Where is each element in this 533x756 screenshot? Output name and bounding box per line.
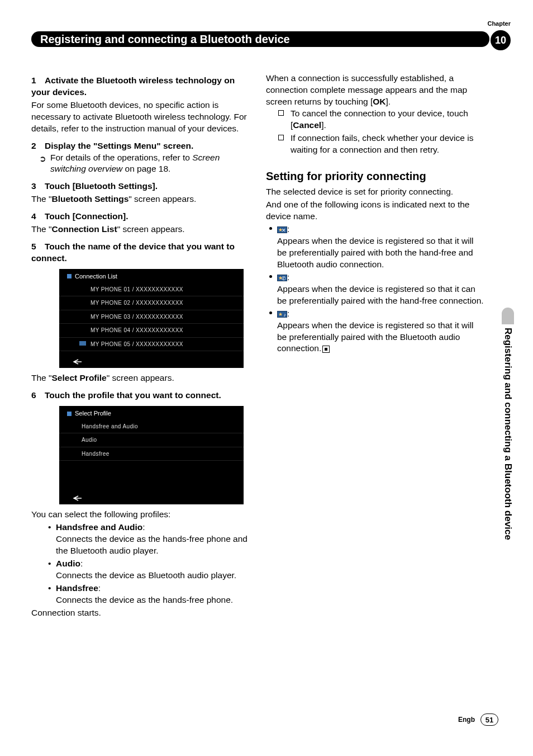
step-3-body: The "Bluetooth Settings" screen appears.: [31, 193, 250, 205]
priority-icon-desc-2: Appears when the device is registered so…: [277, 284, 485, 307]
step-3-head: 3Touch [Bluetooth Settings].: [31, 181, 250, 192]
side-tab-text: Registering and connecting a Bluetooth d…: [502, 324, 513, 540]
list-item: Audio: [59, 433, 244, 447]
priority-both-icon: ★✕: [277, 226, 287, 233]
step-5-head: 5Touch the name of the device that you w…: [31, 241, 250, 264]
fail-note: If connection fails, check whether your …: [291, 133, 485, 156]
bullet-icon: [269, 227, 272, 230]
back-arrow-icon: [70, 358, 82, 365]
right-column: When a connection is successfully establ…: [266, 72, 485, 619]
page-number-badge: 51: [480, 714, 498, 726]
step-4-head: 4Touch [Connection].: [31, 211, 250, 223]
after-step-5: The "Select Profile" screen appears.: [31, 372, 250, 384]
page-header: Chapter Registering and connecting a Blu…: [31, 20, 511, 47]
side-tab: Registering and connecting a Bluetooth d…: [502, 308, 514, 609]
priority-icon-desc-1: Appears when the device is registered so…: [277, 235, 485, 271]
content-columns: 1Activate the Bluetooth wireless technol…: [31, 72, 499, 619]
footer-lang: Engb: [458, 716, 475, 724]
bluetooth-icon: [67, 412, 72, 416]
profile-item-2: •Audio:: [48, 558, 250, 570]
step-1-head: 1Activate the Bluetooth wireless technol…: [31, 75, 250, 98]
priority-icon-desc-3: Appears when the device is registered so…: [277, 320, 485, 355]
bluetooth-icon: [67, 274, 72, 278]
list-item: MY PHONE 05 / XXXXXXXXXXXX: [59, 338, 244, 352]
profile-item-3: •Handsfree:: [48, 583, 250, 594]
cancel-note: To cancel the connection to your device,…: [291, 108, 485, 131]
connection-starts: Connection starts.: [31, 607, 250, 619]
back-button-row: [59, 492, 244, 504]
sp-para-2: And one of the following icons is indica…: [266, 199, 485, 223]
banner: Registering and connecting a Bluetooth d…: [31, 31, 489, 47]
side-tab-cap: [502, 308, 514, 324]
list-item: MY PHONE 03 / XXXXXXXXXXXX: [59, 310, 244, 324]
connection-list-screenshot: Connection List MY PHONE 01 / XXXXXXXXXX…: [59, 269, 244, 368]
list-item: Handsfree: [59, 447, 244, 461]
priority-icon-item-1: ★✕:: [277, 224, 485, 235]
section-heading: Setting for priority connecting: [266, 169, 485, 184]
back-arrow-icon: [70, 495, 82, 502]
profiles-intro: You can select the following profiles:: [31, 509, 250, 521]
priority-icon-item-2: ★✆:: [277, 272, 485, 284]
chapter-number-badge: 10: [491, 30, 511, 50]
back-button-row: [59, 356, 244, 368]
profile-item-1: •Handsfree and Audio:: [48, 522, 250, 533]
reference-arrow-icon: ➲: [39, 153, 46, 164]
bullet-icon: [269, 275, 272, 278]
list-item: MY PHONE 04 / XXXXXXXXXXXX: [59, 324, 244, 338]
banner-title: Registering and connecting a Bluetooth d…: [40, 33, 290, 46]
list-item: Handsfree and Audio: [59, 420, 244, 434]
step-2-head: 2Display the "Settings Menu" screen.: [31, 140, 250, 152]
square-bullet-icon: [278, 135, 284, 140]
bullet-icon: [269, 311, 272, 314]
profile-desc-2: Connects the device as Bluetooth audio p…: [56, 570, 250, 582]
page-footer: Engb 51: [458, 714, 498, 726]
profile-desc-3: Connects the device as the hands-free ph…: [56, 594, 250, 606]
section-end-icon: [322, 346, 330, 353]
step-6-head: 6Touch the profile that you want to conn…: [31, 390, 250, 401]
step-1-body: For some Bluetooth devices, no specific …: [31, 100, 250, 135]
list-item: MY PHONE 02 / XXXXXXXXXXXX: [59, 296, 244, 310]
sp-para-1: The selected device is set for priority …: [266, 186, 485, 198]
list-item: MY PHONE 01 / XXXXXXXXXXXX: [59, 283, 244, 297]
priority-handsfree-icon: ★✆: [277, 275, 287, 281]
step-2-ref: ➲ For details of the operations, refer t…: [50, 152, 250, 176]
step-4-body: The "Connection List" screen appears.: [31, 224, 250, 235]
select-profile-screenshot: Select Profile Handsfree and Audio Audio…: [59, 406, 244, 504]
square-bullet-icon: [278, 110, 284, 116]
priority-icon-item-3: ★♪:: [277, 308, 485, 320]
left-column: 1Activate the Bluetooth wireless technol…: [31, 72, 250, 619]
select-profile-title: Select Profile: [59, 406, 244, 420]
chapter-label: Chapter: [487, 20, 511, 27]
priority-audio-icon: ★♪: [277, 311, 287, 318]
profile-desc-1: Connects the device as the hands-free ph…: [56, 533, 250, 557]
connection-list-title: Connection List: [59, 269, 244, 283]
right-intro: When a connection is successfully establ…: [266, 73, 485, 108]
